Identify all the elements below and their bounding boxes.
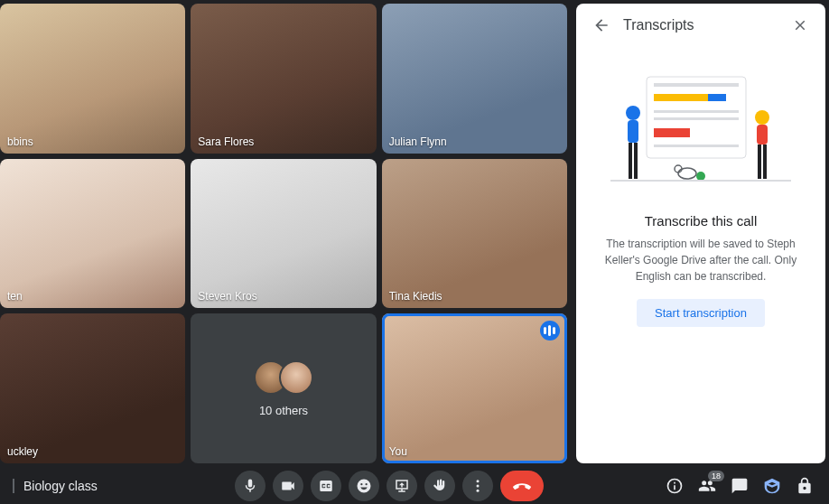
transcripts-panel: Transcripts bbox=[576, 4, 825, 463]
right-controls: 18 bbox=[665, 476, 820, 496]
participant-name: uckley bbox=[7, 445, 38, 458]
activities-button[interactable] bbox=[762, 476, 782, 496]
panel-heading: Transcribe this call bbox=[591, 213, 811, 229]
participant-name: ten bbox=[7, 290, 23, 303]
meeting-details-button[interactable] bbox=[665, 476, 685, 496]
panel-title: Transcripts bbox=[623, 17, 778, 33]
camera-button[interactable] bbox=[273, 471, 303, 501]
raise-hand-button[interactable] bbox=[424, 471, 455, 501]
participants-count-badge: 18 bbox=[708, 471, 724, 481]
bottom-bar: Biology class 18 bbox=[0, 467, 829, 504]
svg-point-10 bbox=[626, 106, 640, 120]
others-count-label: 10 others bbox=[259, 404, 308, 417]
participant-tile[interactable]: Steven Kros bbox=[191, 159, 376, 309]
reactions-button[interactable] bbox=[349, 471, 379, 501]
svg-rect-12 bbox=[629, 143, 632, 179]
svg-rect-6 bbox=[654, 128, 690, 137]
participant-tile[interactable]: ten bbox=[0, 159, 185, 309]
more-options-button[interactable] bbox=[462, 471, 493, 501]
captions-button[interactable] bbox=[311, 471, 341, 501]
participant-tile[interactable]: bbins bbox=[0, 4, 185, 154]
host-controls-button[interactable] bbox=[795, 476, 815, 496]
svg-point-14 bbox=[755, 110, 769, 125]
svg-point-20 bbox=[477, 480, 480, 482]
chat-button[interactable] bbox=[730, 476, 750, 496]
participant-tile[interactable]: Sara Flores bbox=[191, 4, 376, 154]
svg-rect-7 bbox=[654, 145, 739, 147]
svg-point-18 bbox=[678, 168, 696, 179]
self-tile[interactable]: You bbox=[382, 313, 567, 463]
panel-description: The transcription will be saved to Steph… bbox=[591, 236, 811, 285]
svg-rect-2 bbox=[654, 94, 708, 101]
svg-rect-11 bbox=[628, 120, 638, 143]
svg-point-22 bbox=[477, 489, 480, 491]
meeting-name: Biology class bbox=[9, 479, 98, 493]
microphone-button[interactable] bbox=[235, 471, 265, 501]
present-button[interactable] bbox=[387, 471, 417, 501]
hangup-button[interactable] bbox=[500, 471, 544, 501]
svg-rect-1 bbox=[654, 83, 739, 87]
panel-illustration bbox=[591, 63, 811, 199]
svg-rect-13 bbox=[634, 143, 638, 179]
video-grid: bbins Sara Flores Julian Flynn ten Steve… bbox=[0, 0, 571, 467]
participant-name: Steven Kros bbox=[198, 290, 256, 303]
svg-rect-17 bbox=[763, 145, 767, 179]
participant-tile[interactable]: uckley bbox=[0, 313, 185, 463]
start-transcription-button[interactable]: Start transcription bbox=[637, 299, 765, 327]
participant-name: Tina Kiedis bbox=[389, 290, 442, 303]
svg-rect-15 bbox=[757, 125, 768, 145]
back-icon[interactable] bbox=[591, 14, 612, 36]
svg-point-21 bbox=[477, 484, 480, 487]
participant-name: Julian Flynn bbox=[389, 135, 447, 148]
participant-name: bbins bbox=[7, 135, 33, 148]
center-controls bbox=[235, 471, 544, 501]
svg-rect-16 bbox=[758, 145, 761, 179]
svg-rect-3 bbox=[708, 94, 726, 101]
svg-rect-4 bbox=[654, 110, 739, 113]
others-tile[interactable]: 10 others bbox=[191, 313, 376, 463]
participant-tile[interactable]: Tina Kiedis bbox=[382, 159, 567, 309]
others-avatars bbox=[254, 360, 313, 395]
participants-button[interactable]: 18 bbox=[697, 476, 717, 496]
participant-tile[interactable]: Julian Flynn bbox=[382, 4, 567, 154]
avatar bbox=[279, 360, 313, 395]
svg-rect-5 bbox=[654, 117, 739, 120]
participant-name: You bbox=[389, 445, 407, 458]
participant-name: Sara Flores bbox=[198, 135, 254, 148]
close-icon[interactable] bbox=[789, 14, 811, 36]
svg-point-8 bbox=[696, 172, 705, 181]
